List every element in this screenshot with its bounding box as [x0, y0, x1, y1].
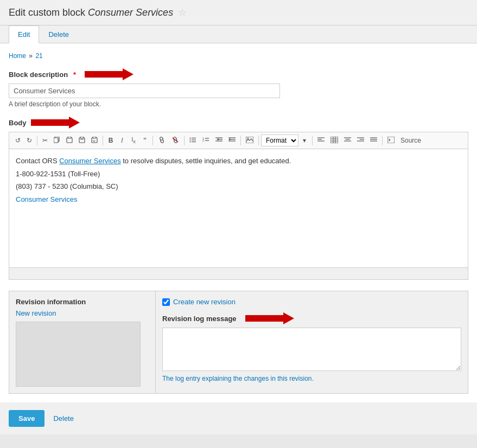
- separator-4: [184, 136, 185, 145]
- format-select[interactable]: Format: [261, 135, 298, 146]
- editor-toolbar: ↺ ↻ ✂ W B I Ix ": [9, 132, 468, 149]
- body-label: Body: [9, 119, 27, 127]
- blockquote-button[interactable]: ": [139, 135, 150, 146]
- cut-button[interactable]: ✂: [40, 135, 50, 146]
- tab-delete[interactable]: Delete: [39, 25, 78, 43]
- body-section: Body ↺ ↻ ✂ W: [9, 117, 468, 280]
- consumer-services-link[interactable]: Consumer Services: [16, 195, 77, 203]
- separator-3: [152, 136, 153, 145]
- svg-rect-35: [330, 137, 338, 143]
- breadcrumb-page[interactable]: 21: [35, 52, 42, 60]
- footer-actions: Save Delete: [0, 402, 477, 434]
- paste-word-button[interactable]: W: [88, 135, 100, 146]
- revision-left-panel: Revision information New revision: [9, 291, 156, 393]
- revision-right-panel: Create new revision Revision log message…: [156, 291, 468, 393]
- ordered-list-button[interactable]: 1.2.: [200, 135, 212, 146]
- content-line1: Contact ORS Consumer Services to resolve…: [16, 156, 461, 167]
- revision-log-label-row: Revision log message: [162, 312, 461, 324]
- svg-rect-1: [54, 138, 58, 143]
- svg-point-12: [190, 137, 191, 138]
- svg-point-14: [190, 139, 191, 140]
- main-content: Home » 21 Block description * A brief de…: [0, 43, 477, 402]
- paste-button[interactable]: [63, 135, 75, 146]
- align-left-button[interactable]: [315, 135, 327, 146]
- tab-edit[interactable]: Edit: [9, 25, 39, 43]
- paste-text-button[interactable]: [76, 135, 88, 146]
- revision-title: Revision information: [16, 298, 149, 306]
- content-line2: 1-800-922-1531 (Toll-Free): [16, 169, 461, 180]
- svg-text:W: W: [93, 139, 96, 143]
- svg-line-11: [173, 138, 178, 142]
- create-revision-row: Create new revision: [162, 298, 461, 306]
- svg-rect-49: [387, 137, 395, 143]
- outdent-button[interactable]: [213, 135, 225, 146]
- format-dropdown-button[interactable]: ▾: [299, 135, 310, 146]
- align-justify-button[interactable]: [367, 135, 380, 146]
- table-button[interactable]: [328, 135, 341, 146]
- body-label-row: Body: [9, 117, 468, 129]
- content-line3: (803) 737 - 5230 (Columbia, SC): [16, 181, 461, 192]
- delete-link[interactable]: Delete: [53, 414, 74, 423]
- content-link-line: Consumer Services: [16, 194, 461, 205]
- unlink-button[interactable]: [169, 135, 182, 146]
- arrow-revision-log: [245, 312, 294, 324]
- editor-content: Contact ORS Consumer Services to resolve…: [16, 156, 461, 204]
- svg-marker-29: [229, 138, 231, 140]
- revision-thumbnail: [16, 322, 141, 387]
- separator-1: [37, 136, 37, 145]
- favorite-star[interactable]: ☆: [178, 7, 187, 18]
- revision-log-hint: The log entry explaining the changes in …: [162, 375, 461, 382]
- strikethrough-button[interactable]: Ix: [128, 135, 139, 146]
- unordered-list-button[interactable]: [187, 135, 199, 146]
- revision-log-textarea[interactable]: [162, 328, 461, 371]
- copy-button[interactable]: [51, 135, 63, 146]
- block-description-hint: A brief description of your block.: [9, 100, 468, 108]
- revision-log-label: Revision log message: [162, 315, 237, 323]
- separator-8: [382, 136, 383, 145]
- page-header: Edit custom block Consumer Services ☆: [0, 0, 477, 25]
- link-button[interactable]: [155, 135, 168, 146]
- arrow-block-description: [85, 68, 133, 80]
- breadcrumb-home[interactable]: Home: [9, 52, 26, 60]
- image-button[interactable]: [243, 135, 256, 146]
- editor-body[interactable]: Contact ORS Consumer Services to resolve…: [9, 149, 468, 268]
- arrow-body: [31, 117, 80, 129]
- save-button[interactable]: Save: [9, 410, 44, 427]
- revision-section: Revision information New revision Create…: [9, 291, 468, 394]
- title-block: Consumer Services: [88, 7, 173, 18]
- breadcrumb: Home » 21: [9, 52, 468, 60]
- new-revision-label: New revision: [16, 309, 149, 317]
- source-button[interactable]: Source: [398, 135, 424, 146]
- separator-5: [240, 136, 241, 145]
- svg-rect-3: [68, 137, 71, 138]
- title-prefix: Edit custom block: [9, 7, 85, 18]
- page-title: Edit custom block Consumer Services ☆: [9, 7, 468, 18]
- align-right-button[interactable]: [354, 135, 367, 146]
- separator-7: [312, 136, 313, 145]
- svg-line-51: [389, 140, 390, 141]
- block-description-label-row: Block description *: [9, 68, 468, 80]
- create-revision-label[interactable]: Create new revision: [173, 298, 236, 306]
- required-marker: *: [73, 71, 76, 79]
- svg-text:2.: 2.: [202, 139, 205, 142]
- block-description-input[interactable]: [9, 84, 280, 98]
- separator-2: [103, 136, 103, 145]
- create-revision-checkbox[interactable]: [162, 298, 170, 306]
- indent-button[interactable]: [226, 135, 238, 146]
- page-wrapper: Edit custom block Consumer Services ☆ Ed…: [0, 0, 477, 448]
- svg-point-16: [190, 141, 191, 142]
- editor-bottom-bar: [9, 268, 468, 280]
- bold-button[interactable]: B: [105, 135, 116, 146]
- source-icon-button[interactable]: [385, 135, 397, 146]
- separator-6: [258, 136, 259, 145]
- undo-button[interactable]: ↺: [12, 135, 23, 146]
- svg-rect-5: [80, 137, 84, 138]
- align-center-button[interactable]: [341, 135, 354, 146]
- svg-marker-25: [217, 138, 219, 140]
- block-description-label: Block description: [9, 71, 68, 79]
- italic-button[interactable]: I: [117, 135, 128, 146]
- redo-button[interactable]: ↻: [24, 135, 35, 146]
- tab-bar: Edit Delete: [0, 25, 477, 43]
- svg-rect-8: [93, 137, 96, 138]
